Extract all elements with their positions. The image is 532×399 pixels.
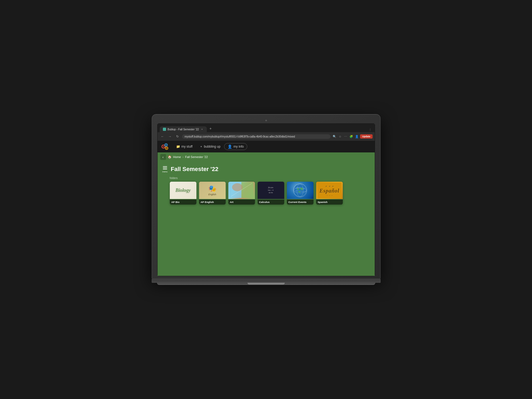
menu-label: menu <box>162 171 167 173</box>
bio-text-visual: Biology <box>170 182 196 199</box>
laptop-device: Bublup - Fall Semester '22 × + ⋮ ← → ↻ 🔍 <box>152 114 381 285</box>
address-input[interactable] <box>182 134 331 139</box>
folder-ap-bio[interactable]: Biology AP Bio <box>170 182 196 205</box>
my-stuff-icon: 📁 <box>176 145 180 148</box>
menu-line-3 <box>163 169 167 169</box>
svg-point-13 <box>294 188 307 193</box>
menu-line-1 <box>163 166 167 167</box>
english-portrait: 🎭 English <box>199 182 226 199</box>
folder-current-events-label: Current Events <box>287 200 314 205</box>
update-button[interactable]: Update <box>360 134 373 139</box>
svg-text:✦ ✦ ✦: ✦ ✦ ✦ <box>325 185 334 188</box>
tab-close-btn[interactable]: × <box>200 128 204 131</box>
folder-ap-bio-bg: Biology <box>170 182 196 199</box>
svg-point-14 <box>294 184 307 197</box>
globe-svg <box>293 183 307 198</box>
breadcrumb-current: Fall Semester '22 <box>185 155 208 159</box>
folders-section: folders Biology AP Bio <box>170 177 370 205</box>
nav-bubbling-up[interactable]: ⚬ bubbling up <box>196 143 224 151</box>
art-visual <box>228 182 255 199</box>
svg-point-3 <box>163 146 164 147</box>
search-icon[interactable]: 🔍 <box>332 134 337 139</box>
folder-spanish-bg: Español ✦ ✦ ✦ ～～～ <box>316 182 343 199</box>
folders-label: folders <box>170 177 370 180</box>
address-bar-row: ← → ↻ 🔍 ☆ ⋯ 🧩 👤 Update <box>158 132 375 141</box>
breadcrumb-separator: › <box>183 155 184 159</box>
laptop-bottom <box>152 279 381 283</box>
spanish-svg: Español ✦ ✦ ✦ ～～～ <box>317 182 341 198</box>
nav-my-info[interactable]: 👤 my info <box>224 143 247 150</box>
folder-current-events[interactable]: Current Events <box>287 182 314 205</box>
main-content: menu Fall Semester '22 folders Biology <box>158 161 375 276</box>
browser-tabs-bar: Bublup - Fall Semester '22 × + ⋮ <box>158 124 375 132</box>
art-svg <box>229 182 253 198</box>
folder-calculus[interactable]: ∫f(x)dxlim→∞dy/dx Calculus <box>258 182 284 205</box>
folders-grid: Biology AP Bio 🎭 English <box>170 182 370 205</box>
my-info-label: my info <box>233 145 244 148</box>
folder-calculus-bg: ∫f(x)dxlim→∞dy/dx <box>258 182 284 199</box>
laptop-base <box>157 283 375 285</box>
svg-rect-8 <box>241 182 253 198</box>
folder-art-bg <box>228 182 255 199</box>
svg-text:Español: Español <box>319 188 339 194</box>
folder-art[interactable]: Art <box>228 182 255 205</box>
my-stuff-label: my stuff <box>182 145 193 148</box>
folder-spanish-label: Spanish <box>316 200 343 205</box>
toolbar-right: 🔍 ☆ ⋯ 🧩 👤 Update <box>332 134 373 139</box>
svg-point-5 <box>166 148 167 149</box>
camera <box>265 120 267 121</box>
folder-ap-english[interactable]: 🎭 English AP English <box>199 182 226 205</box>
tab-title: Bublup - Fall Semester '22 <box>168 128 199 131</box>
calculus-visual: ∫f(x)dxlim→∞dy/dx <box>258 182 284 199</box>
extensions-icon[interactable]: 🧩 <box>349 134 354 139</box>
svg-point-11 <box>294 184 307 197</box>
app-logo[interactable] <box>161 142 169 151</box>
nav-my-stuff[interactable]: 📁 my stuff <box>172 143 196 151</box>
refresh-btn[interactable]: ↻ <box>175 134 180 139</box>
folder-spanish[interactable]: Español ✦ ✦ ✦ ～～～ Spanish <box>316 182 343 205</box>
back-btn[interactable]: ← <box>160 134 166 139</box>
portrait-figure: 🎭 <box>208 185 216 192</box>
english-inner-label: English <box>208 193 216 196</box>
browser-menu-btn[interactable]: ⋮ <box>368 127 373 132</box>
star-icon[interactable]: ⋯ <box>343 134 348 139</box>
bubbling-up-label: bubbling up <box>204 145 220 148</box>
page-header: menu Fall Semester '22 <box>162 165 370 173</box>
folder-ap-bio-label: AP Bio <box>170 200 196 205</box>
new-tab-btn[interactable]: + <box>207 125 214 132</box>
home-icon: 🏠 <box>168 155 172 159</box>
profile-icon[interactable]: 👤 <box>354 134 359 139</box>
app-nav: 📁 my stuff ⚬ bubbling up 👤 my info <box>158 141 375 152</box>
breadcrumb-home[interactable]: Home <box>173 155 181 159</box>
svg-text:～～～: ～～～ <box>326 194 333 197</box>
my-info-avatar: 👤 <box>228 144 232 149</box>
folder-current-events-bg <box>287 182 314 199</box>
breadcrumb-bar: ‹ 🏠 Home › Fall Semester '22 <box>158 152 375 161</box>
logo-svg <box>161 142 169 151</box>
menu-line-2 <box>163 168 167 168</box>
page-title: Fall Semester '22 <box>171 166 218 173</box>
screen: Bublup - Fall Semester '22 × + ⋮ ← → ↻ 🔍 <box>157 123 375 276</box>
svg-point-12 <box>297 184 303 197</box>
tab-favicon <box>163 128 166 131</box>
back-arrow-btn[interactable]: ‹ <box>160 154 166 160</box>
folder-ap-english-bg: 🎭 English <box>199 182 226 199</box>
svg-point-4 <box>166 144 167 146</box>
globe-visual <box>287 182 314 199</box>
screen-bezel: Bublup - Fall Semester '22 × + ⋮ ← → ↻ 🔍 <box>152 114 381 279</box>
folder-calculus-label: Calculus <box>258 200 284 205</box>
browser-chrome: Bublup - Fall Semester '22 × + ⋮ ← → ↻ 🔍 <box>158 124 375 141</box>
bubbling-up-icon: ⚬ <box>200 145 203 148</box>
folder-ap-english-label: AP English <box>199 200 226 205</box>
forward-btn[interactable]: → <box>167 134 173 139</box>
folder-art-label: Art <box>228 200 255 205</box>
menu-toggle-btn[interactable] <box>162 165 168 171</box>
bookmark-icon[interactable]: ☆ <box>338 134 343 139</box>
active-tab[interactable]: Bublup - Fall Semester '22 × <box>160 126 207 132</box>
spanish-visual: Español ✦ ✦ ✦ ～～～ <box>316 182 343 199</box>
